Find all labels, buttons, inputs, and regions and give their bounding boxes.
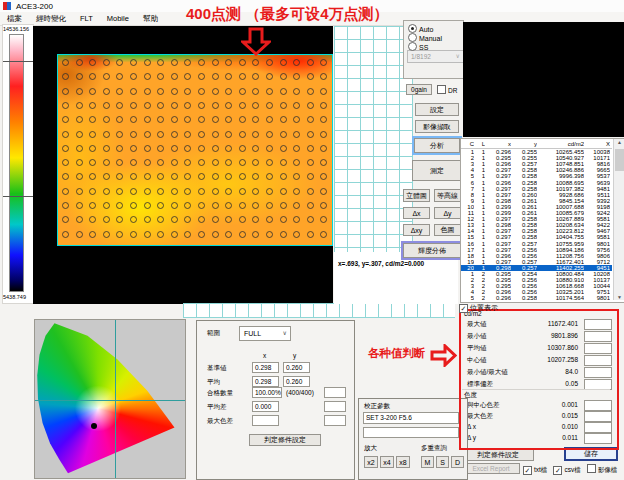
measure-point-marker [320,216,327,223]
measure-point-marker [239,173,246,180]
file-type-checkbox[interactable]: ✓txt檔 [523,466,547,473]
table-scrollbar[interactable]: ▲▼ [613,139,624,300]
stats-limit-box[interactable] [584,411,612,422]
radio-circle-icon[interactable] [408,33,417,42]
average-y-field[interactable]: 0.260 [283,376,310,387]
reference-x-field[interactable]: 0.298 [252,362,279,373]
position-display-checkbox[interactable]: ✓位置表示 [459,303,498,313]
range-dropdown[interactable]: FULL [239,326,291,341]
scrollbar-thumb[interactable] [615,149,624,171]
multi-query-s-button[interactable]: S [436,456,449,468]
zoom-x2-button[interactable]: x2 [364,456,378,468]
stats-limit-box[interactable] [584,343,612,354]
range-label: 範圍 [207,329,220,338]
measure-point-marker [103,102,110,109]
measure-point-marker [293,88,300,95]
measure-point-marker [184,116,191,123]
calibration-preset-field[interactable]: SET 3-200 F5.6 [363,412,459,424]
dr-checkbox-box[interactable] [437,85,446,94]
reference-label: 基準値 [207,364,227,373]
measure-point-marker [266,216,273,223]
image-viewer[interactable] [33,26,333,304]
menu-item-3[interactable]: Mobile [100,12,136,25]
file-type-checkbox[interactable]: 影像檔 [587,466,618,473]
measure-point-marker [116,131,123,138]
measure-point-marker [144,231,151,238]
stats-limit-box[interactable] [584,331,612,342]
average-x-field[interactable]: 0.298 [252,376,279,387]
range-judge-condition-button[interactable]: 判定條件設定 [249,434,321,446]
reference-y-field[interactable]: 0.260 [283,362,310,373]
settings-button[interactable]: 設定 [415,103,459,116]
stats-limit-box[interactable] [584,422,612,433]
measure-button[interactable]: 測定 [412,160,462,181]
radio-manual[interactable]: Manual [408,33,442,41]
measure-point-marker [198,131,205,138]
file-type-checkbox[interactable]: ✓csv檔 [553,466,580,473]
zoom-x4-button[interactable]: x4 [380,456,394,468]
measure-point-marker [239,131,246,138]
measure-point-marker [130,188,137,195]
delta-x-button[interactable]: Δx [403,207,430,219]
measure-point-marker [307,88,314,95]
max-color-diff-limit-box[interactable] [324,415,346,426]
annotation-side-note: 各种值判断 [368,346,426,361]
max-color-diff-field[interactable] [252,415,279,426]
calibration-empty-field[interactable] [363,427,459,438]
measure-point-marker [116,102,123,109]
delta-xy-button[interactable]: Δxy [403,224,430,236]
measure-point-marker [103,173,110,180]
measure-point-marker [62,116,69,123]
measure-point-marker [171,131,178,138]
radio-circle-icon[interactable] [408,42,417,51]
measure-point-marker [157,188,164,195]
measure-point-marker [280,88,287,95]
judge-condition-button[interactable]: 判定條件設定 [462,448,534,461]
measure-point-marker [307,73,314,80]
luminance-distribution-button[interactable]: 輝度分佈 [403,243,461,258]
radio-circle-icon[interactable] [408,24,417,33]
analyze-button[interactable]: 分析 [414,138,460,153]
stats-limit-box[interactable] [584,400,612,411]
shutter-dropdown[interactable]: 1/8192 [407,50,464,63]
measure-point-marker [280,145,287,152]
measure-point-marker [239,88,246,95]
stats-limit-box[interactable] [584,433,612,444]
zoom-x8-button[interactable]: x8 [396,456,410,468]
luminance-heatmap[interactable] [57,54,333,246]
measure-point-marker [307,116,314,123]
stats-limit-box[interactable] [584,355,612,366]
measurement-table[interactable]: CLxycd/m2X ▲▼ 110.2960.25510265.45510038… [460,138,624,303]
colormap-button[interactable]: 色圖 [434,224,461,236]
measure-point-marker [130,216,137,223]
dr-checkbox[interactable]: DR [437,85,457,94]
delta-y-button[interactable]: Δy [434,207,461,219]
avg-diff-limit-box[interactable] [324,401,346,412]
stereo-view-button[interactable]: 立體圖 [403,189,430,202]
measure-point-marker [184,131,191,138]
camera-preview [463,22,624,137]
table-cell: 10174.564 [537,295,584,301]
table-row[interactable]: 520.2960.25810174.5649801 [461,295,612,301]
cie-chromaticity-diagram[interactable] [34,319,186,479]
stats-limit-box[interactable] [584,367,612,378]
menu-item-1[interactable]: 經時變化 [29,12,73,25]
zero-gain-button[interactable]: 0gain [406,84,432,95]
measure-point-marker [252,188,259,195]
menu-item-4[interactable]: 幫助 [136,12,165,25]
excel-report-button[interactable]: Excel Report [462,463,520,474]
stats-limit-box[interactable] [584,319,612,330]
save-button[interactable]: 儲存 [564,447,618,461]
multi-query-d-button[interactable]: D [451,456,464,468]
measure-point-marker [76,88,83,95]
radio-ss[interactable]: SS [408,42,428,50]
capture-image-button[interactable]: 影像擷取 [415,120,459,133]
zoom-group-label: 放大 [364,444,377,453]
pass-percent-field[interactable]: 100.00% [252,387,282,398]
contour-button[interactable]: 等高線 [434,189,461,202]
avg-diff-field[interactable]: 0.000 [252,401,279,412]
radio-auto[interactable]: Auto [408,24,433,32]
multi-query-m-button[interactable]: M [421,456,434,468]
pass-limit-box[interactable] [324,387,346,398]
menu-item-2[interactable]: FLT [73,12,100,25]
